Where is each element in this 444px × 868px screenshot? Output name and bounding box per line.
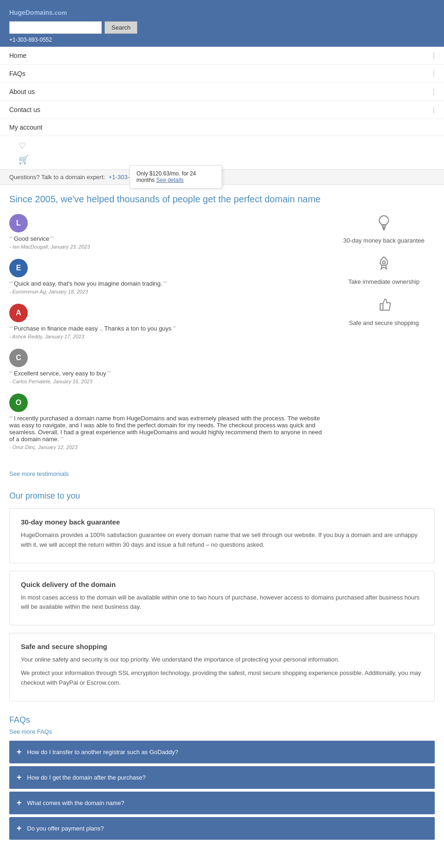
quote-1: Good service [9, 235, 324, 242]
award-icon [376, 214, 392, 234]
nav-pipe: | [433, 87, 435, 96]
faq-title: FAQs [9, 715, 435, 725]
guarantee-ownership: Take immediate ownership [333, 255, 435, 285]
guarantee-money-back: 30-day money back guarantee [333, 214, 435, 244]
guarantee-money-back-label: 30-day money back guarantee [343, 237, 425, 244]
promise-card-3-text-2: We protect your information through SSL … [21, 668, 423, 688]
logo-text: HugeDomains.com [9, 6, 67, 18]
quote-3: Purchase in finance made easy .. Thanks … [9, 325, 324, 332]
testimonial-1: L Good service - Ian MacDougall, January… [9, 214, 324, 250]
see-details-link[interactable]: See details [156, 177, 184, 183]
testimonials-section: L Good service - Ian MacDougall, January… [9, 214, 435, 459]
search-button[interactable]: Search [105, 21, 137, 34]
testimonial-3: A Purchase in finance made easy .. Thank… [9, 304, 324, 339]
nav-pipe: | [433, 106, 435, 114]
faq-question-3: What comes with the domain name? [27, 799, 124, 806]
avatar-1: L [9, 214, 28, 232]
promise-card-money-back: 30-day money back guarantee HugeDomains … [9, 508, 435, 563]
guarantee-secure: Safe and secure shopping [333, 296, 435, 326]
faq-question-1: How do I transfer to another registrar s… [27, 749, 179, 756]
questions-bar: Questions? Talk to a domain expert: +1-3… [0, 170, 444, 185]
questions-text: Questions? Talk to a domain expert: [9, 174, 105, 181]
promise-card-secure: Safe and secure shopping Your online saf… [9, 633, 435, 701]
search-row: Search [9, 21, 435, 34]
svg-point-2 [382, 261, 385, 264]
nav-item-home[interactable]: Home | [0, 47, 444, 65]
svg-point-0 [379, 216, 388, 225]
promise-card-1-text: HugeDomains provides a 100% satisfaction… [21, 531, 423, 550]
section-title: Since 2005, we've helped thousands of pe… [9, 194, 435, 205]
faq-section: FAQs See more FAQs + How do I transfer t… [9, 715, 435, 840]
avatar-4: C [9, 349, 28, 367]
header: HugeDomains.com Search +1-303-893-0552 [0, 0, 444, 47]
faq-item-3[interactable]: + What comes with the domain name? [9, 792, 435, 814]
attribution-3: - Ashok Reddy, January 17, 2023 [9, 334, 324, 339]
guarantee-ownership-label: Take immediate ownership [348, 278, 419, 285]
quote-5: I recently purchased a domain name from … [9, 415, 324, 443]
rocket-icon [376, 255, 392, 275]
testimonials-col: L Good service - Ian MacDougall, January… [9, 214, 324, 459]
nav-dropdown: Home | FAQs | About us | Contact us | My… [0, 47, 444, 170]
promise-card-3-text-1: Your online safety and security is our t… [21, 655, 423, 665]
attribution-4: - Carlos Pernalete, January 16, 2023 [9, 379, 324, 384]
faq-item-1[interactable]: + How do I transfer to another registrar… [9, 741, 435, 763]
price-tooltip: Only $120.63/mo. for 24 months See detai… [130, 165, 222, 188]
heart-icon: ♡ [18, 141, 426, 151]
avatar-5: O [9, 393, 28, 412]
faq-item-2[interactable]: + How do I get the domain after the purc… [9, 766, 435, 789]
see-more-testimonials-link[interactable]: See more testimonials [9, 470, 69, 477]
faq-plus-1: + [17, 747, 22, 757]
promise-card-1-title: 30-day money back guarantee [21, 518, 423, 526]
logo: HugeDomains.com [9, 6, 435, 18]
see-more-faqs-link[interactable]: See more FAQs [9, 728, 52, 735]
avatar-2: E [9, 259, 28, 277]
promise-card-2-title: Quick delivery of the domain [21, 581, 423, 588]
testimonial-5: O I recently purchased a domain name fro… [9, 393, 324, 450]
nav-item-faqs[interactable]: FAQs | [0, 65, 444, 83]
logo-main: HugeDomains [9, 9, 53, 16]
faq-plus-4: + [17, 824, 22, 833]
cart-icon: 🛒 [18, 155, 426, 165]
nav-pipe: | [433, 51, 435, 60]
faq-plus-2: + [17, 773, 22, 782]
promise-card-3-title: Safe and secure shopping [21, 643, 423, 650]
phone-number: +1-303-893-0552 [9, 37, 435, 43]
testimonial-2: E Quick and easy, that's how you imagine… [9, 259, 324, 294]
logo-suffix: .com [53, 9, 67, 16]
faq-question-4: Do you offer payment plans? [27, 825, 104, 832]
avatar-3: A [9, 304, 28, 322]
nav-item-account[interactable]: My account [0, 119, 444, 136]
guarantee-secure-label: Safe and secure shopping [349, 319, 419, 326]
faq-item-4[interactable]: + Do you offer payment plans? [9, 817, 435, 840]
attribution-1: - Ian MacDougall, January 23, 2023 [9, 244, 324, 250]
quote-2: Quick and easy, that's how you imagine d… [9, 280, 324, 287]
nav-item-contact[interactable]: Contact us | [0, 101, 444, 119]
promise-card-delivery: Quick delivery of the domain In most cas… [9, 571, 435, 626]
promise-title: Our promise to you [9, 491, 435, 501]
search-input[interactable] [9, 21, 102, 34]
main-content: Since 2005, we've helped thousands of pe… [0, 185, 444, 852]
quote-4: Excellent service, very easy to buy [9, 370, 324, 377]
nav-pipe: | [433, 69, 435, 78]
faq-plus-3: + [17, 798, 22, 808]
guarantees-col: 30-day money back guarantee Take immedia… [333, 214, 435, 459]
nav-item-about[interactable]: About us | [0, 83, 444, 101]
testimonial-4: C Excellent service, very easy to buy - … [9, 349, 324, 384]
promise-card-2-text: In most cases access to the domain will … [21, 593, 423, 612]
faq-question-2: How do I get the domain after the purcha… [27, 774, 146, 781]
attribution-2: - Euroimmun Ag, January 18, 2023 [9, 289, 324, 294]
thumbsup-icon [376, 296, 392, 317]
attribution-5: - Onur Dinç, January 12, 2023 [9, 444, 324, 450]
